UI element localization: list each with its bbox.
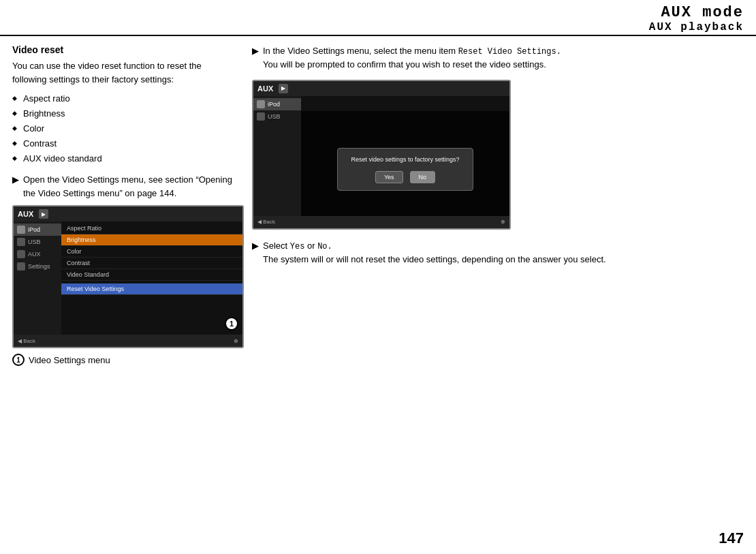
sidebar-item-ipod: iPod xyxy=(14,224,61,236)
screen-bottom-2: ◀ Back ⊕ xyxy=(253,216,509,228)
arrow-text-prefix-r2: Select xyxy=(263,241,290,251)
menu-item-aspect: Aspect Ratio xyxy=(61,223,242,234)
menu-main-2: Reset video settings to factory settings… xyxy=(301,96,509,228)
dialog-overlay: Reset video settings to factory settings… xyxy=(301,111,509,228)
list-item: Color xyxy=(12,121,233,136)
screen-header-icon: ▶ xyxy=(39,209,48,219)
arrow-text-prefix-r1: In the Video Settings menu, select the m… xyxy=(263,46,458,56)
dialog-text: Reset video settings to factory settings… xyxy=(347,155,463,164)
caption-1: 1 Video Settings menu xyxy=(12,354,233,366)
usb-icon xyxy=(17,238,25,246)
page-header: AUX mode AUX playback xyxy=(0,0,756,36)
screen-header-icon-2: ▶ xyxy=(279,84,288,93)
menu-layout-1: iPod USB AUX Settings xyxy=(14,221,242,347)
screen-mockup-2: AUX ▶ iPod USB xyxy=(252,80,511,230)
arrow-icon: ▶ xyxy=(12,173,19,187)
arrow-text-r1: In the Video Settings menu, select the m… xyxy=(263,44,744,72)
sidebar-item-usb: USB xyxy=(14,236,61,248)
screen-header-2: AUX ▶ xyxy=(253,81,509,96)
section-title: Video reset xyxy=(12,44,233,55)
page-number: 147 xyxy=(719,529,744,547)
arrow-text-middle: or xyxy=(304,241,317,251)
header-title: AUX mode xyxy=(0,4,744,21)
arrow-text-mono-yes: Yes xyxy=(290,242,305,251)
bottom-btn-select: ⊕ xyxy=(234,338,238,344)
right-column: ▶ In the Video Settings menu, select the… xyxy=(245,37,756,527)
bullet-list: Aspect ratio Brightness Color Contrast A… xyxy=(12,91,233,166)
ipod-icon xyxy=(17,226,25,234)
bottom-btn-back: ◀ Back xyxy=(18,338,35,344)
menu-item-brightness: Brightness xyxy=(61,234,242,246)
arrow-text-mono-r1: Reset Video Settings. xyxy=(458,47,561,57)
screen-header-label-1: AUX xyxy=(18,210,33,218)
intro-text: You can use the video reset function to … xyxy=(12,59,233,86)
arrow-text-follow-r1: You will be prompted to confirm that you… xyxy=(263,59,546,70)
dialog-btn-yes[interactable]: Yes xyxy=(375,171,403,183)
right-arrow-1: ▶ In the Video Settings menu, select the… xyxy=(252,44,744,72)
usb-icon-2 xyxy=(257,112,265,121)
dialog-box: Reset video settings to factory settings… xyxy=(337,148,473,191)
menu-item-color: Color xyxy=(61,246,242,258)
caption-text-1: Video Settings menu xyxy=(29,355,110,365)
menu-item-videostandard: Video Standard xyxy=(61,269,242,281)
menu-item-reset: Reset Video Settings xyxy=(61,283,242,295)
sidebar-item-usb-2: USB xyxy=(253,110,301,123)
settings-icon xyxy=(17,262,25,271)
sidebar-label-usb: USB xyxy=(28,238,41,245)
sidebar-item-aux: AUX xyxy=(14,248,61,260)
ipod-icon-2 xyxy=(257,100,265,108)
screen-header-label-2: AUX xyxy=(257,84,273,93)
menu-main-1: Aspect Ratio Brightness Color Contrast V… xyxy=(61,221,242,347)
left-column: Video reset You can use the video reset … xyxy=(0,37,245,527)
arrow-text-follow-r2: The system will or will not reset the vi… xyxy=(263,254,606,264)
screen-bottom-1: ◀ Back ⊕ xyxy=(14,335,242,347)
list-item: Brightness xyxy=(12,106,233,121)
sidebar-label-aux: AUX xyxy=(28,251,41,258)
list-item: Aspect ratio xyxy=(12,91,233,106)
menu-sidebar-1: iPod USB AUX Settings xyxy=(14,221,61,347)
header-subtitle: AUX playback xyxy=(0,21,744,33)
list-item: AUX video standard xyxy=(12,151,233,166)
arrow-text: Open the Video Settings menu, see sectio… xyxy=(23,173,233,200)
sidebar-item-ipod-2: iPod xyxy=(253,98,301,110)
sidebar-item-settings: Settings xyxy=(14,260,61,273)
arrow-instruction: ▶ Open the Video Settings menu, see sect… xyxy=(12,173,233,200)
sidebar-label-usb-2: USB xyxy=(268,113,281,120)
arrow-icon-r1: ▶ xyxy=(252,44,259,58)
bottom-btn-back-2: ◀ Back xyxy=(257,219,275,225)
menu-layout-2: iPod USB Reset video settings to factory… xyxy=(253,96,509,228)
menu-item-contrast: Contrast xyxy=(61,258,242,269)
screen-mockup-1: AUX ▶ iPod USB xyxy=(12,205,244,348)
arrow-text-r2: Select Yes or No. The system will or wil… xyxy=(263,239,744,266)
menu-sidebar-2: iPod USB xyxy=(253,96,301,228)
caption-badge-1: 1 xyxy=(12,354,25,366)
dialog-btn-no[interactable]: No xyxy=(410,171,436,183)
main-content: Video reset You can use the video reset … xyxy=(0,37,756,527)
sidebar-label-settings: Settings xyxy=(28,263,50,270)
sidebar-label-ipod: iPod xyxy=(28,226,40,233)
screen-header-1: AUX ▶ xyxy=(14,206,242,221)
aux-icon xyxy=(17,250,25,258)
list-item: Contrast xyxy=(12,136,233,151)
sidebar-label-ipod-2: iPod xyxy=(268,101,280,108)
bottom-btn-select-2: ⊕ xyxy=(501,219,505,225)
right-arrow-2: ▶ Select Yes or No. The system will or w… xyxy=(252,239,744,266)
arrow-icon-r2: ▶ xyxy=(252,239,259,253)
dialog-buttons: Yes No xyxy=(347,171,463,183)
arrow-text-mono-no: No. xyxy=(317,242,332,251)
